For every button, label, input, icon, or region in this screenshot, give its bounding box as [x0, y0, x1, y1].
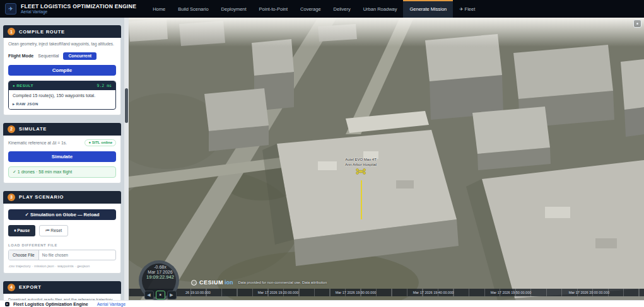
timeline-label-1940: Mar 17 2026 19:40:00.000 [413, 291, 454, 294]
compile-route-body: Clean geometry, inject takeoff/land wayp… [3, 38, 121, 115]
choose-file-button[interactable]: Choose File [9, 250, 39, 260]
pause-button[interactable]: ⏸ Pause [8, 225, 35, 236]
compile-button[interactable]: Compile [8, 65, 116, 76]
export-title: EXPORT [19, 284, 42, 290]
sitl-online-badge: ● SITL online [85, 139, 116, 146]
drone-label-line2: Ann Arbor Hospital [339, 163, 383, 168]
cesium-ion-logo[interactable]: ion [225, 279, 233, 286]
playback-speed: -0.68x [130, 265, 190, 270]
file-input[interactable]: Choose File No file chosen [8, 250, 116, 260]
step-2-badge: 2 [8, 125, 15, 133]
cesium-credit: CESIUM ion Data provided for non-commerc… [191, 279, 327, 286]
play-forward-button[interactable]: ▶ [167, 291, 177, 299]
no-file-chosen-text: No file chosen [39, 253, 71, 257]
flight-mode-label: Flight Mode [8, 53, 33, 59]
step-1-badge: 1 [8, 28, 15, 35]
animation-buttons: ◀ ⏸ ▶ [130, 291, 190, 299]
timeline-label-2000: Mar 17 2026 20:00:00.000 [569, 291, 610, 294]
flight-mode-row: Flight Mode Sequential Concurrent [8, 52, 116, 60]
compile-route-header: 1 COMPILE ROUTE [3, 25, 121, 38]
main-nav: Home Build Scenario Deployment Point-to-… [146, 0, 481, 18]
step-3-badge: 3 [8, 194, 15, 201]
nav-item-build-scenario[interactable]: Build Scenario [172, 0, 214, 18]
top-navigation-bar: ✈ FLEET LOGISTICS OPTIMIZATION ENGINE Ae… [0, 0, 644, 18]
play-reverse-button[interactable]: ◀ [144, 291, 154, 299]
play-scenario-body: ✓ Simulation on Globe — Reload ⏸ Pause ⏮… [3, 204, 121, 274]
nav-item-generate-mission[interactable]: Generate Mission [403, 0, 453, 18]
reset-button[interactable]: ⏮ Reset [39, 225, 68, 236]
compile-route-title: COMPILE ROUTE [19, 29, 65, 35]
nav-item-point-to-point[interactable]: Point-to-Point [253, 0, 294, 18]
result-header: ● RESULT 9.2 ms [9, 81, 115, 90]
load-file-label: LOAD DIFFERENT FILE [8, 243, 116, 247]
sidebar-scrollbar-thumb[interactable] [125, 88, 128, 123]
cesium-logo[interactable]: CESIUM [199, 279, 223, 286]
simulation-reload-button[interactable]: ✓ Simulation on Globe — Reload [8, 209, 116, 220]
step-4-badge: 4 [8, 284, 15, 291]
footer-logo-icon: ✈ [5, 302, 9, 306]
play-scenario-title: PLAY SCENARIO [19, 194, 64, 200]
export-header: 4 EXPORT [3, 281, 121, 294]
mode-concurrent-button[interactable]: Concurrent [63, 52, 97, 60]
simulate-card: 2 SIMULATE Kinematic reference at Δt = 1… [3, 123, 121, 183]
data-attribution-link[interactable]: Data provided for non-commercial use. Da… [238, 281, 327, 284]
app-title: FLEET LOGISTICS OPTIMIZATION ENGINE [21, 4, 136, 9]
app-logo-icon: ✈ [5, 3, 16, 14]
timeline-label-1920: Mar 17 2026 19:20:00.000 [258, 291, 299, 294]
pause-toggle-button[interactable]: ⏸ [156, 291, 165, 299]
nav-item-coverage[interactable]: Coverage [294, 0, 327, 18]
cesium-globe-view[interactable]: Autel EVO Max 4T Ann Arbor Hospital -0.6… [129, 18, 644, 301]
mode-sequential-button[interactable]: Sequential [38, 54, 59, 58]
playback-controls-row: ⏸ Pause ⏮ Reset [8, 225, 116, 236]
compile-route-card: 1 COMPILE ROUTE Clean geometry, inject t… [3, 25, 121, 115]
sidebar-scrollbar-track[interactable] [124, 18, 129, 301]
ion-dot [636, 23, 638, 25]
result-elapsed-time: 9.2 ms [97, 83, 112, 88]
animation-readout: -0.68x Mar 17 2026 19:09:22.942 [130, 265, 190, 281]
footer-aerial-vantage-link[interactable]: Aerial Vantage [97, 302, 126, 306]
app-title-block: FLEET LOGISTICS OPTIMIZATION ENGINE Aeri… [21, 4, 136, 14]
sim-time: 19:09:22.942 [130, 275, 190, 281]
compile-description: Clean geometry, inject takeoff/land wayp… [8, 42, 116, 47]
drone-label-line1: Autel EVO Max 4T [339, 158, 383, 163]
simulate-header: 2 SIMULATE [3, 123, 121, 136]
drone-marker-icon[interactable] [356, 168, 366, 175]
cesium-globe-icon [191, 280, 197, 286]
play-scenario-card: 3 PLAY SCENARIO ✓ Simulation on Globe — … [3, 191, 121, 274]
app-subtitle: Aerial Vantage [21, 9, 136, 14]
result-label: ● RESULT [13, 84, 33, 88]
animation-widget: -0.68x Mar 17 2026 19:09:22.942 ◀ ⏸ ▶ [130, 260, 190, 299]
page-footer: ✈ Fleet Logistics Optimization Engine Ae… [0, 300, 644, 307]
raw-json-toggle[interactable]: ▸ RAW JSON [9, 100, 42, 109]
simulate-body: Kinematic reference at Δt = 1s. ● SITL o… [3, 136, 121, 183]
drone-altitude-line [361, 180, 362, 219]
nav-item-delivery[interactable]: Delivery [327, 0, 357, 18]
footer-title: Fleet Logistics Optimization Engine [13, 302, 88, 306]
drone-entity: Autel EVO Max 4T Ann Arbor Hospital [339, 158, 383, 175]
compile-result-panel: ● RESULT 9.2 ms Compiled 15 route(s), 15… [8, 81, 116, 110]
timeline-scrubber[interactable]: 26 19:10:00.000 Mar 17 2026 19:20:00.000… [129, 289, 644, 296]
export-card: 4 EXPORT Download autopilot-ready files … [3, 281, 121, 301]
simulate-info-row: Kinematic reference at Δt = 1s. ● SITL o… [8, 139, 116, 146]
simulate-description: Kinematic reference at Δt = 1s. [8, 140, 67, 146]
timeline-label-1950: Mar 17 2026 19:50:00.000 [491, 291, 532, 294]
timeline-label-1930: Mar 17 2026 19:30:00.000 [336, 291, 377, 294]
play-scenario-header: 3 PLAY SCENARIO [3, 191, 121, 204]
nav-item-deployment[interactable]: Deployment [215, 0, 253, 18]
aerial-imagery [129, 18, 644, 301]
cesium-ion-icon[interactable] [633, 20, 641, 28]
simulate-title: SIMULATE [19, 126, 47, 132]
nav-item-urban-roadway[interactable]: Urban Roadway [357, 0, 404, 18]
simulate-button[interactable]: Simulate [8, 151, 116, 162]
supported-file-types: .csv trajectory · mission.json · waypoin… [8, 264, 116, 268]
simulate-status-box: ✓ 1 drones · 58 min max flight [8, 166, 116, 178]
result-summary-text: Compiled 15 route(s), 150 waypoints tota… [9, 90, 115, 100]
mission-control-sidebar: 1 COMPILE ROUTE Clean geometry, inject t… [0, 18, 124, 301]
nav-item-fleet[interactable]: ✈ Fleet [453, 0, 481, 18]
nav-item-home[interactable]: Home [146, 0, 172, 18]
